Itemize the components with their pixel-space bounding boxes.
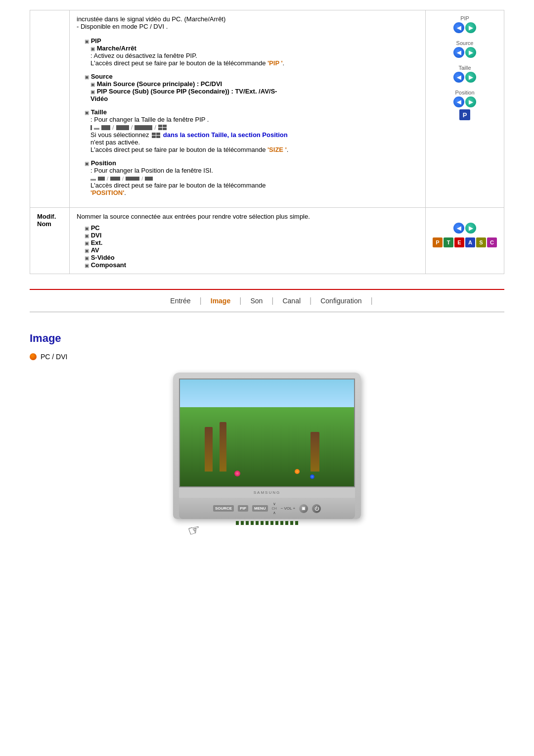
taille-arrow-left: ◀ — [453, 72, 464, 83]
taille-line4: L'accès direct peut se faire par le bout… — [90, 146, 418, 153]
position-line1-text: : Pour changer la Position de la fenêtre… — [90, 167, 213, 174]
taille-title-row: ▣ Taille — [85, 108, 418, 116]
intro-line1: incrustée dans le signal vidéo du PC. (M… — [77, 15, 225, 23]
led-1 — [236, 521, 239, 525]
ctrl-menu2-btn[interactable]: ▣ — [299, 504, 308, 513]
flower-1 — [234, 471, 240, 476]
nav-sep-5: | — [370, 296, 372, 305]
position-arrow-left: ◀ — [453, 96, 464, 107]
ctrl-vol-plus[interactable]: + — [293, 506, 295, 511]
pip-line2-quote: 'PIP ' — [267, 59, 283, 67]
modif-nom-label: Modif.Nom — [30, 208, 70, 274]
pip-line2-post: . — [283, 59, 285, 67]
monitor-container: SAMSUNG SOURCE PIP MENU ∨ CH ∧ − — [173, 373, 361, 538]
led-5 — [256, 521, 259, 525]
led-11 — [285, 521, 288, 525]
pip-line1: : Activez ou désactivez la fenêtre PIP. — [90, 52, 418, 59]
position-line3-quote: 'POSITION' — [90, 189, 124, 196]
pc-dvi-text: PC / DVI — [41, 353, 67, 361]
source-sub1: ▣ Main Source (Source principale) : PC/D… — [90, 80, 418, 88]
nav-canal[interactable]: Canal — [273, 295, 310, 307]
pteasc-e: E — [454, 237, 464, 247]
ctrl-power-btn[interactable]: ⏻ — [312, 504, 321, 513]
taille-line2-highlight: dans la section Taille, la section Posit… — [163, 131, 288, 139]
ctrl-menu[interactable]: MENU — [252, 505, 268, 512]
bottom-heading: Image — [30, 332, 504, 345]
modif-item-pc: ▣ PC — [85, 224, 418, 232]
pip-arrow-left: ◀ — [453, 22, 464, 33]
nav-image[interactable]: Image — [202, 295, 239, 307]
led-4 — [251, 521, 254, 525]
empty-label — [30, 10, 70, 208]
pteasc-s: S — [476, 237, 486, 247]
taille-line1-text: : Pour changer la Taille de la fenêtre P… — [90, 116, 209, 123]
modif-desc-text: Nommer la source connectée aux entrées p… — [77, 213, 310, 220]
pc-dvi-label-row: PC / DVI — [30, 353, 504, 361]
pteasc-c: C — [487, 237, 497, 247]
pip-line2: L'accès direct peut se faire par le bout… — [90, 59, 418, 67]
position-p-icon: P — [459, 109, 470, 120]
position-line3: L'accès direct peut se faire par le bout… — [90, 182, 418, 196]
modif-item-svideo: ▣ S-Vidéo — [85, 254, 418, 261]
led-6 — [261, 521, 264, 525]
taille-line2-pre: Si vous sélectionnez — [90, 131, 149, 139]
taille-title: Taille — [91, 108, 107, 116]
position-section: ▣ Position : Pour changer la Position de… — [77, 159, 418, 196]
nav-configuration[interactable]: Configuration — [312, 295, 370, 307]
position-title: Position — [91, 159, 116, 167]
modif-item-dvi: ▣ DVI — [85, 232, 418, 239]
led-10 — [280, 521, 283, 525]
position-line3-pre: L'accès direct peut se faire par le bout… — [90, 182, 266, 189]
position-title-row: ▣ Position — [85, 159, 418, 167]
position-line1: : Pour changer la Position de la fenêtre… — [90, 167, 418, 174]
pip-sub1-title: Marche/Arrêt — [97, 45, 136, 52]
ctrl-ch-down[interactable]: ∨ — [273, 502, 276, 506]
monitor-controls: SOURCE PIP MENU ∨ CH ∧ − VOL + — [179, 498, 355, 519]
bottom-section: Image PC / DVI — [30, 322, 504, 548]
taille-line4-post: . — [287, 146, 289, 153]
monitor-outer: SAMSUNG SOURCE PIP MENU ∨ CH ∧ − — [173, 373, 361, 519]
position-bars: ▬ / / / — [90, 174, 418, 182]
led-8 — [270, 521, 273, 525]
modif-icon-group: ◀ ▶ P T E A S C — [433, 223, 497, 247]
source-sub2: ▣ PIP Source (Sub) (Source PIP (Secondai… — [90, 88, 418, 102]
pteasc-t: T — [444, 237, 453, 247]
pip-arrows: ◀ ▶ — [453, 22, 476, 33]
position-arrow-right: ▶ — [465, 96, 476, 107]
position-line3-post: . — [124, 189, 126, 196]
source-section: ▣ Source ▣ Main Source (Source principal… — [77, 73, 418, 102]
modif-item-ext: ▣ Ext. — [85, 239, 418, 246]
led-13 — [295, 521, 298, 525]
ctrl-ch-group: ∨ CH ∧ — [272, 502, 277, 515]
taille-icon-group: Taille ◀ ▶ — [433, 65, 497, 83]
size-bar-sm — [101, 125, 110, 130]
modif-nom-row: Modif.Nom Nommer la source connectée aux… — [30, 208, 504, 274]
ctrl-source[interactable]: SOURCE — [213, 505, 234, 512]
ctrl-ch-up[interactable]: ∧ — [273, 511, 276, 515]
intro-line2: - Disponible en mode PC / DVI . — [77, 23, 168, 30]
nav-son[interactable]: Son — [241, 295, 271, 307]
pteasc-group: P T E A S C — [433, 237, 497, 247]
modif-svideo: S-Vidéo — [91, 254, 115, 261]
taille-line1: : Pour changer la Taille de la fenêtre P… — [90, 116, 418, 123]
led-3 — [246, 521, 249, 525]
pagoda-3 — [311, 432, 319, 472]
source-sub2-title: PIP Source (Sub) (Source PIP (Secondaire… — [90, 88, 277, 102]
nav-entree[interactable]: Entrée — [161, 295, 199, 307]
ctrl-pip[interactable]: PIP — [238, 505, 248, 512]
size-bar-md — [116, 125, 129, 130]
taille-arrow-right: ▶ — [465, 72, 476, 83]
taille-line3: n'est pas activée. — [90, 139, 418, 146]
modif-desc: Nommer la source connectée aux entrées p… — [77, 213, 418, 220]
pip-icon-label: PIP — [433, 15, 497, 21]
led-2 — [241, 521, 244, 525]
pagoda-2 — [220, 422, 226, 472]
landscape-sky — [180, 379, 354, 409]
pteasc-p: P — [433, 237, 443, 247]
pip-title-row: ▣ PIP — [85, 37, 418, 45]
main-table: incrustée dans le signal vidéo du PC. (M… — [30, 10, 504, 274]
intro-text: incrustée dans le signal vidéo du PC. (M… — [77, 15, 418, 30]
page-wrapper: incrustée dans le signal vidéo du PC. (M… — [0, 0, 534, 558]
modif-arrows: ◀ ▶ — [453, 223, 476, 234]
ctrl-vol-minus[interactable]: − — [281, 506, 283, 511]
